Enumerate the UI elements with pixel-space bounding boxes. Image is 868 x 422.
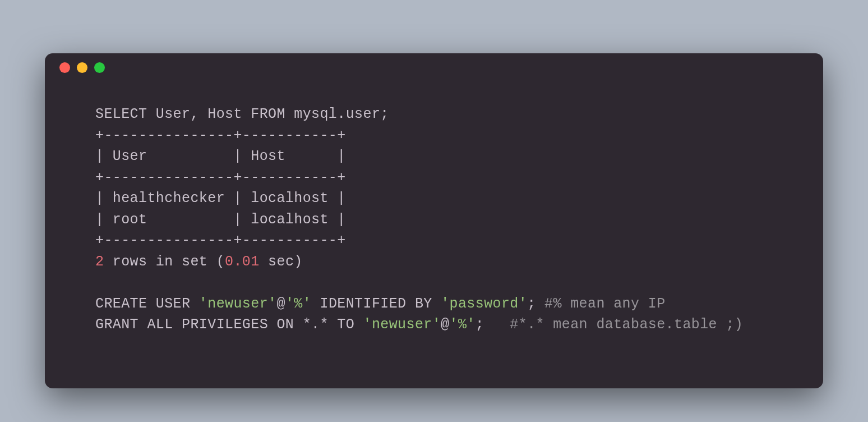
minimize-icon[interactable] xyxy=(77,62,87,73)
maximize-icon[interactable] xyxy=(94,62,105,73)
terminal-window: SELECT User, Host FROM mysql.user; +----… xyxy=(45,53,823,388)
terminal-content: SELECT User, Host FROM mysql.user; +----… xyxy=(45,81,823,352)
close-icon[interactable] xyxy=(59,62,70,73)
title-bar xyxy=(45,53,823,81)
